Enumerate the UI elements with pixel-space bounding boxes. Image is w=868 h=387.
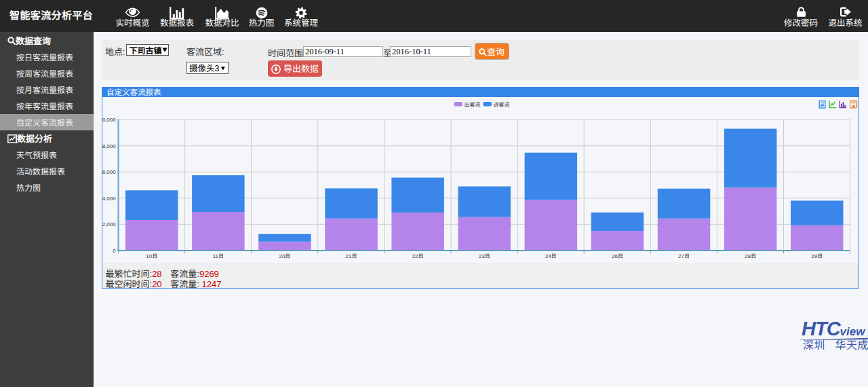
svg-text:10,000: 10,000 xyxy=(102,117,116,123)
svg-text:10日: 10日 xyxy=(146,253,157,259)
svg-text:22日: 22日 xyxy=(412,253,424,259)
svg-text:出客流: 出客流 xyxy=(465,102,481,108)
svg-text:11日: 11日 xyxy=(213,253,224,259)
svg-text:24日: 24日 xyxy=(545,253,557,259)
svg-text:27日: 27日 xyxy=(678,253,690,259)
svg-text:21日: 21日 xyxy=(346,253,357,259)
svg-text:0: 0 xyxy=(113,248,116,254)
svg-text:4,000: 4,000 xyxy=(102,196,116,202)
svg-text:23日: 23日 xyxy=(479,253,490,259)
svg-text:进客流: 进客流 xyxy=(494,102,510,108)
svg-text:28日: 28日 xyxy=(745,253,756,259)
svg-text:6,000: 6,000 xyxy=(102,169,116,175)
svg-text:29日: 29日 xyxy=(811,253,823,259)
svg-text:2,000: 2,000 xyxy=(102,221,116,227)
svg-text:20日: 20日 xyxy=(279,253,290,259)
svg-text:8,000: 8,000 xyxy=(102,143,116,149)
svg-text:26日: 26日 xyxy=(612,253,623,259)
